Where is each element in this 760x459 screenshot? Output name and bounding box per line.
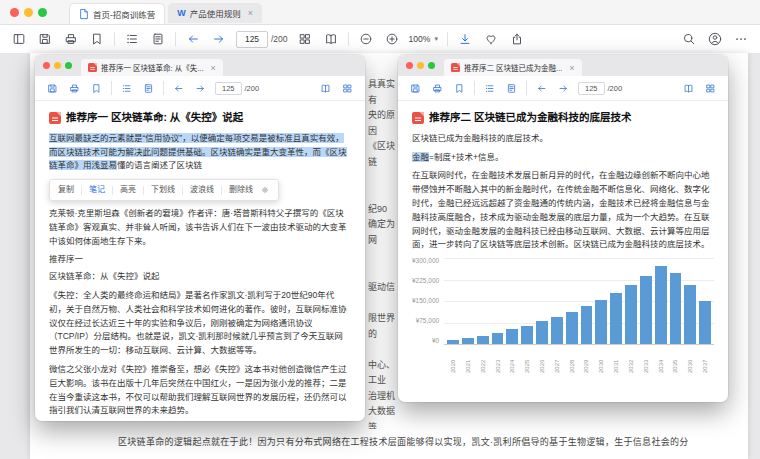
menu-item-highlight[interactable]: 高亮 [120,183,136,197]
close-tab-icon[interactable]: × [211,63,216,73]
save-icon[interactable] [408,81,423,96]
annotations-icon[interactable] [141,81,156,96]
zoom-in-icon[interactable] [383,30,401,48]
selection-toolbar: 复制 笔记 高亮 下划线 波浪线 删除线 [49,179,279,201]
toolbar-divider [526,81,527,95]
paragraph: 在互联网时代，在金融技术发展日新月异的时代，在金融边缘创新不断向中心地带侵蚀并不… [412,169,714,252]
thumbnails-icon[interactable] [703,81,718,96]
zoom-window-button[interactable] [428,62,435,69]
doc-title: 推荐序一 区块链革命: 从《失控》说起 [49,111,351,125]
search-icon[interactable] [680,30,698,48]
gear-icon[interactable] [260,185,270,195]
chart-bar [477,336,489,345]
chart-y-axis: ¥300,000¥225,000¥150,000¥75,000¥0 [412,258,444,344]
chart-y-tick-label: ¥75,000 [416,318,440,325]
menu-item-strikethrough[interactable]: 删除线 [229,183,253,197]
zoom-window-button[interactable] [65,62,72,69]
download-icon[interactable] [456,30,474,48]
chart-bar [655,266,667,344]
back-icon[interactable] [534,81,549,96]
toolbar-divider [163,81,164,95]
forward-icon[interactable] [556,81,571,96]
page-total-label: /200 [271,34,288,44]
bookmark-icon[interactable] [452,81,467,96]
print-icon[interactable] [62,30,80,48]
page-number-input[interactable] [236,31,268,48]
close-window-button[interactable] [43,62,50,69]
tab-home[interactable]: 首页-招商训练营 [69,3,165,24]
save-icon[interactable] [36,30,54,48]
bookmark-icon[interactable] [88,30,106,48]
chart-x-tick-label: 2026 [536,347,548,373]
chart-bar [581,306,593,344]
menu-item-underline[interactable]: 下划线 [151,183,175,197]
favorite-icon[interactable] [482,30,500,48]
reading-mode-icon[interactable] [681,81,696,96]
page-indicator[interactable]: 125 /200 [215,82,259,95]
print-icon[interactable] [430,81,445,96]
menu-item-squiggle[interactable]: 波浪线 [190,183,214,197]
minimize-window-button[interactable] [24,8,33,17]
paragraph: 克莱顿·克里斯坦森《创新者的窘境》作者评：唐·塔普斯科特父子撰写的《区块链革命》… [49,207,351,248]
share-icon[interactable] [508,30,526,48]
paragraph: 金融=制度+技术+信息。 [412,151,714,165]
thumbnails-icon[interactable] [340,81,355,96]
page-number-value[interactable]: 125 [578,82,605,95]
reading-mode-icon[interactable] [318,81,333,96]
chart-bar [699,301,711,344]
page-number-value[interactable]: 125 [215,82,242,95]
forward-icon[interactable] [193,81,208,96]
save-icon[interactable] [45,81,60,96]
toc-icon[interactable] [119,81,134,96]
zoom-window-button[interactable] [38,8,47,17]
more-icon[interactable] [732,30,750,48]
chart-y-tick-label: ¥225,000 [412,278,439,285]
tab-product-rules[interactable]: W 产品使用规则 × [168,3,262,23]
chart-bar [684,285,696,344]
toc-icon[interactable] [123,30,141,48]
chart-bar [462,338,474,344]
reading-mode-icon[interactable] [322,30,340,48]
zoom-out-icon[interactable] [357,30,375,48]
app-window: 首页-招商训练营 W 产品使用规则 × [0,0,760,459]
annotations-icon[interactable] [504,81,519,96]
menu-item-copy[interactable]: 复制 [58,183,74,197]
print-icon[interactable] [67,81,82,96]
reader-tab-title: 推荐序一 区块链革命: 从《失... [101,62,204,73]
thumbnails-icon[interactable] [296,30,314,48]
toolbar-divider [175,32,176,46]
chart-x-tick-label: 2035 [670,347,682,373]
annotations-icon[interactable] [149,30,167,48]
menu-item-note[interactable]: 笔记 [89,183,105,197]
bar-chart: ¥300,000¥225,000¥150,000¥75,000¥0 202020… [412,258,714,373]
sidebar-panel-icon[interactable] [10,30,28,48]
toc-icon[interactable] [482,81,497,96]
close-window-button[interactable] [10,8,19,17]
chart-y-tick-label: ¥0 [432,338,439,345]
back-icon[interactable] [171,81,186,96]
account-icon[interactable] [706,30,724,48]
close-window-button[interactable] [406,62,413,69]
reader-tab[interactable]: 推荐序二 区块链已成为金融... × [444,59,582,76]
doc-title: 推荐序二 区块链已成为金融科技的底层技术 [412,111,714,125]
toolbar-divider [474,81,475,95]
minimize-window-button[interactable] [417,62,424,69]
minimize-window-button[interactable] [54,62,61,69]
chart-x-tick-label: 2020 [447,347,459,373]
zoom-select[interactable]: 100% ▼ [409,34,440,44]
pdf-doc-icon [412,112,424,124]
close-tab-icon[interactable]: × [569,63,574,73]
forward-icon[interactable] [210,30,228,48]
close-tab-icon[interactable]: × [248,8,253,18]
chart-bar [640,276,652,344]
bookmark-icon[interactable] [89,81,104,96]
chart-y-tick-label: ¥150,000 [412,298,439,305]
chart-bar [536,321,548,344]
page-indicator[interactable]: 125 /200 [578,82,622,95]
back-icon[interactable] [184,30,202,48]
reader-titlebar: 推荐序一 区块链革命: 从《失... × [35,55,365,76]
toolbar-divider [348,32,349,46]
reader-tab[interactable]: 推荐序一 区块链革命: 从《失... × [81,59,223,76]
chart-x-tick-label: 2037 [699,347,711,373]
reader-tab-title: 推荐序二 区块链已成为金融... [464,62,562,73]
